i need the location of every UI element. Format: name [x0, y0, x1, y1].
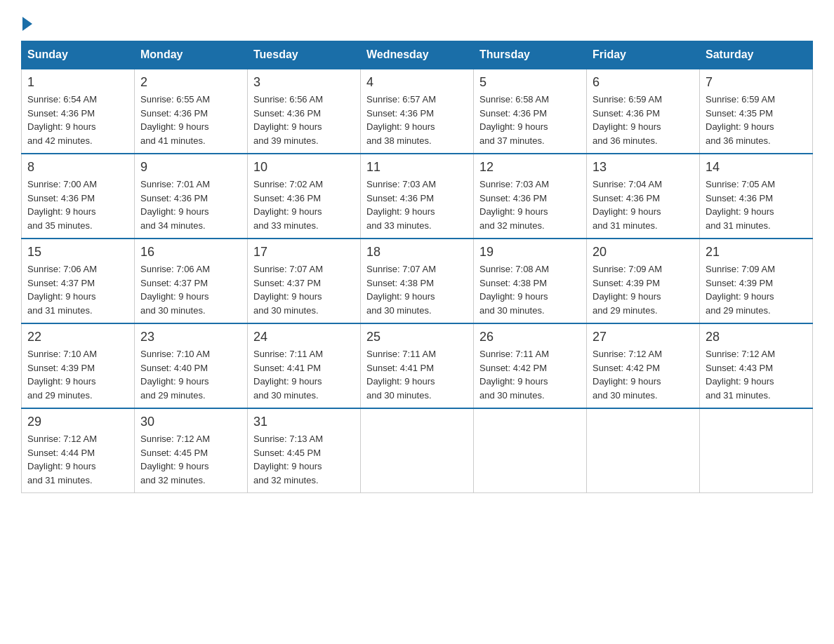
- day-cell-16: 16 Sunrise: 7:06 AM Sunset: 4:37 PM Dayl…: [135, 239, 248, 323]
- day-info: Sunrise: 7:04 AM Sunset: 4:36 PM Dayligh…: [593, 177, 694, 232]
- day-cell-25: 25 Sunrise: 7:11 AM Sunset: 4:41 PM Dayl…: [361, 323, 474, 408]
- header-wednesday: Wednesday: [361, 41, 474, 69]
- week-row-1: 1 Sunrise: 6:54 AM Sunset: 4:36 PM Dayli…: [22, 69, 813, 154]
- day-number: 26: [479, 330, 581, 344]
- day-number: 1: [27, 75, 128, 90]
- day-cell-29: 29 Sunrise: 7:12 AM Sunset: 4:44 PM Dayl…: [22, 408, 135, 493]
- day-info: Sunrise: 7:10 AM Sunset: 4:39 PM Dayligh…: [27, 347, 128, 402]
- day-number: 28: [706, 330, 807, 344]
- day-cell-5: 5 Sunrise: 6:58 AM Sunset: 4:36 PM Dayli…: [474, 69, 587, 154]
- page-header: [21, 14, 813, 27]
- day-cell-19: 19 Sunrise: 7:08 AM Sunset: 4:38 PM Dayl…: [474, 239, 587, 323]
- calendar-table: SundayMondayTuesdayWednesdayThursdayFrid…: [21, 41, 813, 493]
- day-info: Sunrise: 6:54 AM Sunset: 4:36 PM Dayligh…: [27, 93, 128, 147]
- day-cell-7: 7 Sunrise: 6:59 AM Sunset: 4:35 PM Dayli…: [700, 69, 813, 154]
- day-info: Sunrise: 7:05 AM Sunset: 4:36 PM Dayligh…: [706, 177, 807, 232]
- day-cell-11: 11 Sunrise: 7:03 AM Sunset: 4:36 PM Dayl…: [361, 154, 474, 239]
- day-cell-31: 31 Sunrise: 7:13 AM Sunset: 4:45 PM Dayl…: [248, 408, 361, 493]
- day-info: Sunrise: 7:12 AM Sunset: 4:45 PM Dayligh…: [140, 432, 241, 487]
- day-cell-8: 8 Sunrise: 7:00 AM Sunset: 4:36 PM Dayli…: [22, 154, 135, 239]
- day-cell-22: 22 Sunrise: 7:10 AM Sunset: 4:39 PM Dayl…: [22, 323, 135, 408]
- day-number: 22: [27, 330, 128, 344]
- day-number: 11: [366, 160, 468, 175]
- day-cell-21: 21 Sunrise: 7:09 AM Sunset: 4:39 PM Dayl…: [700, 239, 813, 323]
- day-cell-15: 15 Sunrise: 7:06 AM Sunset: 4:37 PM Dayl…: [22, 239, 135, 323]
- day-cell-6: 6 Sunrise: 6:59 AM Sunset: 4:36 PM Dayli…: [587, 69, 700, 154]
- day-info: Sunrise: 7:11 AM Sunset: 4:41 PM Dayligh…: [253, 347, 355, 402]
- day-info: Sunrise: 7:07 AM Sunset: 4:38 PM Dayligh…: [366, 262, 468, 317]
- day-cell-9: 9 Sunrise: 7:01 AM Sunset: 4:36 PM Dayli…: [135, 154, 248, 239]
- day-cell-3: 3 Sunrise: 6:56 AM Sunset: 4:36 PM Dayli…: [248, 69, 361, 154]
- day-info: Sunrise: 7:08 AM Sunset: 4:38 PM Dayligh…: [479, 262, 581, 317]
- day-cell-28: 28 Sunrise: 7:12 AM Sunset: 4:43 PM Dayl…: [700, 323, 813, 408]
- header-tuesday: Tuesday: [248, 41, 361, 69]
- week-row-3: 15 Sunrise: 7:06 AM Sunset: 4:37 PM Dayl…: [22, 239, 813, 323]
- day-number: 4: [366, 75, 468, 90]
- day-number: 5: [479, 75, 581, 90]
- day-info: Sunrise: 6:58 AM Sunset: 4:36 PM Dayligh…: [479, 93, 581, 147]
- day-cell-20: 20 Sunrise: 7:09 AM Sunset: 4:39 PM Dayl…: [587, 239, 700, 323]
- day-info: Sunrise: 7:03 AM Sunset: 4:36 PM Dayligh…: [479, 177, 581, 232]
- day-info: Sunrise: 6:55 AM Sunset: 4:36 PM Dayligh…: [140, 93, 241, 147]
- day-number: 31: [253, 415, 355, 429]
- day-info: Sunrise: 6:59 AM Sunset: 4:36 PM Dayligh…: [593, 93, 694, 147]
- day-info: Sunrise: 7:12 AM Sunset: 4:44 PM Dayligh…: [27, 432, 128, 487]
- day-number: 15: [27, 245, 128, 260]
- day-number: 10: [253, 160, 355, 175]
- header-monday: Monday: [135, 41, 248, 69]
- day-cell-2: 2 Sunrise: 6:55 AM Sunset: 4:36 PM Dayli…: [135, 69, 248, 154]
- logo-arrow-icon: [22, 17, 32, 31]
- day-info: Sunrise: 7:06 AM Sunset: 4:37 PM Dayligh…: [140, 262, 241, 317]
- week-row-2: 8 Sunrise: 7:00 AM Sunset: 4:36 PM Dayli…: [22, 154, 813, 239]
- day-cell-17: 17 Sunrise: 7:07 AM Sunset: 4:37 PM Dayl…: [248, 239, 361, 323]
- day-info: Sunrise: 6:59 AM Sunset: 4:35 PM Dayligh…: [706, 93, 807, 147]
- day-number: 14: [706, 160, 807, 175]
- day-number: 19: [479, 245, 581, 260]
- day-info: Sunrise: 7:12 AM Sunset: 4:42 PM Dayligh…: [593, 347, 694, 402]
- header-row: SundayMondayTuesdayWednesdayThursdayFrid…: [22, 41, 813, 69]
- day-info: Sunrise: 7:00 AM Sunset: 4:36 PM Dayligh…: [27, 177, 128, 232]
- empty-cell: [587, 408, 700, 493]
- day-number: 23: [140, 330, 241, 344]
- day-cell-1: 1 Sunrise: 6:54 AM Sunset: 4:36 PM Dayli…: [22, 69, 135, 154]
- day-info: Sunrise: 7:12 AM Sunset: 4:43 PM Dayligh…: [706, 347, 807, 402]
- day-number: 30: [140, 415, 241, 429]
- day-number: 25: [366, 330, 468, 344]
- day-info: Sunrise: 7:13 AM Sunset: 4:45 PM Dayligh…: [253, 432, 355, 487]
- header-sunday: Sunday: [22, 41, 135, 69]
- week-row-5: 29 Sunrise: 7:12 AM Sunset: 4:44 PM Dayl…: [22, 408, 813, 493]
- day-cell-4: 4 Sunrise: 6:57 AM Sunset: 4:36 PM Dayli…: [361, 69, 474, 154]
- day-info: Sunrise: 6:57 AM Sunset: 4:36 PM Dayligh…: [366, 93, 468, 147]
- day-number: 27: [593, 330, 694, 344]
- day-info: Sunrise: 6:56 AM Sunset: 4:36 PM Dayligh…: [253, 93, 355, 147]
- day-cell-27: 27 Sunrise: 7:12 AM Sunset: 4:42 PM Dayl…: [587, 323, 700, 408]
- day-number: 29: [27, 415, 128, 429]
- day-cell-30: 30 Sunrise: 7:12 AM Sunset: 4:45 PM Dayl…: [135, 408, 248, 493]
- empty-cell: [361, 408, 474, 493]
- day-number: 20: [593, 245, 694, 260]
- day-info: Sunrise: 7:10 AM Sunset: 4:40 PM Dayligh…: [140, 347, 241, 402]
- logo: [21, 14, 32, 27]
- day-info: Sunrise: 7:03 AM Sunset: 4:36 PM Dayligh…: [366, 177, 468, 232]
- day-number: 6: [593, 75, 694, 90]
- day-info: Sunrise: 7:11 AM Sunset: 4:41 PM Dayligh…: [366, 347, 468, 402]
- header-thursday: Thursday: [474, 41, 587, 69]
- day-cell-12: 12 Sunrise: 7:03 AM Sunset: 4:36 PM Dayl…: [474, 154, 587, 239]
- day-cell-14: 14 Sunrise: 7:05 AM Sunset: 4:36 PM Dayl…: [700, 154, 813, 239]
- day-number: 17: [253, 245, 355, 260]
- day-info: Sunrise: 7:02 AM Sunset: 4:36 PM Dayligh…: [253, 177, 355, 232]
- day-number: 7: [706, 75, 807, 90]
- day-info: Sunrise: 7:07 AM Sunset: 4:37 PM Dayligh…: [253, 262, 355, 317]
- day-info: Sunrise: 7:09 AM Sunset: 4:39 PM Dayligh…: [593, 262, 694, 317]
- day-info: Sunrise: 7:11 AM Sunset: 4:42 PM Dayligh…: [479, 347, 581, 402]
- day-number: 13: [593, 160, 694, 175]
- day-cell-26: 26 Sunrise: 7:11 AM Sunset: 4:42 PM Dayl…: [474, 323, 587, 408]
- day-number: 9: [140, 160, 241, 175]
- day-info: Sunrise: 7:06 AM Sunset: 4:37 PM Dayligh…: [27, 262, 128, 317]
- day-cell-24: 24 Sunrise: 7:11 AM Sunset: 4:41 PM Dayl…: [248, 323, 361, 408]
- empty-cell: [474, 408, 587, 493]
- day-cell-10: 10 Sunrise: 7:02 AM Sunset: 4:36 PM Dayl…: [248, 154, 361, 239]
- day-number: 2: [140, 75, 241, 90]
- day-number: 3: [253, 75, 355, 90]
- day-number: 8: [27, 160, 128, 175]
